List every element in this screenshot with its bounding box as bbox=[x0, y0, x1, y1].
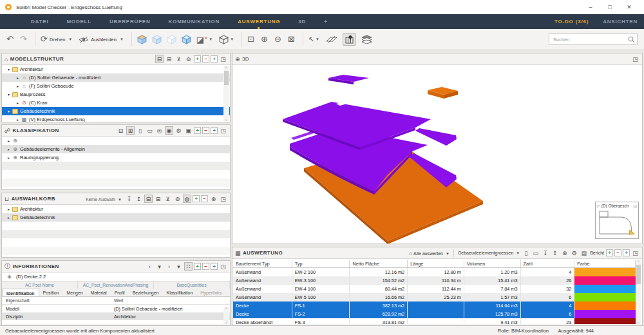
float-panel-icon[interactable]: ◳ bbox=[631, 55, 639, 63]
tree-row[interactable] bbox=[2, 247, 230, 255]
table-row[interactable]: AußenwandEW-4 10080.44 m2112.44 m7.84 m3… bbox=[233, 285, 636, 293]
tab-material[interactable]: Material bbox=[87, 289, 111, 296]
column-header-flaeche[interactable]: Netto Fläche bbox=[350, 260, 408, 267]
column-header-typ[interactable]: Typ bbox=[292, 260, 350, 267]
pick-tool[interactable]: ↖ ▼ bbox=[308, 32, 319, 46]
redo-icon[interactable]: ↷ bbox=[20, 32, 27, 46]
layers-icon[interactable] bbox=[361, 35, 372, 44]
column-header-volumen[interactable]: Volumen bbox=[464, 260, 521, 267]
visualize-icon[interactable]: ◉ bbox=[165, 126, 173, 135]
zoom-in-icon[interactable]: ⊕ bbox=[261, 32, 268, 46]
search-input[interactable] bbox=[549, 34, 638, 45]
remove-icon[interactable]: ⊗ bbox=[560, 249, 569, 257]
rotate-tool[interactable]: ⟳ Drehen ▼ bbox=[41, 32, 72, 46]
expand-arrow[interactable]: ▸ bbox=[15, 100, 21, 105]
pset-tab[interactable]: AC_Pset_RenovationAndPhasing bbox=[78, 282, 154, 289]
menu-item-ansichten[interactable]: ANSICHTEN bbox=[603, 19, 638, 24]
slab-arm-purple[interactable] bbox=[415, 128, 457, 146]
table-row[interactable]: Decke abgehängtFS-3313.81 m29.41 m323 bbox=[233, 318, 636, 324]
hide-remove-icon[interactable]: − bbox=[614, 249, 621, 256]
column-wert[interactable]: Wert bbox=[111, 297, 230, 304]
open-report-icon[interactable]: ▭ bbox=[531, 249, 540, 257]
column-header-laenge[interactable]: Länge bbox=[408, 260, 464, 267]
float-panel-icon[interactable]: ◳ bbox=[219, 126, 227, 135]
expand-arrow[interactable]: ▸ bbox=[15, 117, 21, 122]
close-button[interactable]: ✕ bbox=[620, 0, 639, 14]
menu-item--berpr-fen[interactable]: ÜBERPRÜFEN bbox=[109, 19, 151, 24]
table-row[interactable]: AußenwandEW-5 10016.66 m225.23 m1.57 m36 bbox=[233, 293, 636, 302]
show-add-icon[interactable]: + bbox=[194, 55, 201, 62]
table-row[interactable]: AußenwandEW-2 10012.16 m212.80 m1.20 m34 bbox=[233, 268, 636, 276]
menu-item-auswertung[interactable]: AUSWERTUNG bbox=[238, 19, 280, 24]
scrollbar[interactable]: ⌃⌄ bbox=[223, 66, 229, 121]
tab-position[interactable]: Position bbox=[39, 289, 63, 296]
tree-row[interactable] bbox=[2, 230, 230, 238]
menu-item--[interactable]: + bbox=[324, 19, 327, 24]
expand-all-icon[interactable]: ⊞ bbox=[126, 126, 135, 135]
tree-row[interactable]: ▸▦(V) Erdgeschoss Lueftung bbox=[2, 115, 230, 122]
column-header-zahl[interactable]: Zahl bbox=[521, 260, 575, 267]
float-panel-icon[interactable]: ◳ bbox=[219, 195, 227, 203]
tree-row[interactable]: ▾Bauprozess bbox=[2, 90, 230, 99]
bericht-icon[interactable]: ▤ bbox=[580, 249, 588, 257]
tab-mengen[interactable]: Mengen bbox=[62, 289, 86, 296]
scroll-down-icon[interactable]: ⌄ bbox=[223, 320, 229, 324]
scrollbar[interactable]: ⌃⌄ bbox=[636, 260, 641, 324]
expand-arrow[interactable]: ▾ bbox=[6, 67, 12, 72]
tree-row[interactable] bbox=[2, 238, 230, 247]
minimize-button[interactable]: – bbox=[581, 0, 600, 14]
zoom-window-icon[interactable]: ⊠ bbox=[288, 32, 295, 46]
tab-hyperlinks[interactable]: Hyperlinks bbox=[196, 289, 225, 296]
expand-arrow[interactable]: ▸ bbox=[15, 75, 21, 80]
column-header-farbe[interactable]: Farbe bbox=[574, 260, 636, 267]
tree-row[interactable]: ▸⊕ bbox=[2, 137, 230, 145]
float-panel-icon[interactable]: ◳ bbox=[219, 55, 227, 63]
next-menu-icon[interactable]: ▾ bbox=[175, 262, 183, 271]
isolate-icon[interactable]: + bbox=[623, 249, 630, 256]
expand-arrow[interactable]: ▾ bbox=[6, 109, 12, 113]
locate-selection-icon[interactable]: ⊚ bbox=[184, 55, 193, 63]
menu-item-3d[interactable]: 3D bbox=[298, 19, 306, 24]
tree-row[interactable] bbox=[2, 187, 230, 189]
property-row[interactable]: Modell(D) Solibri Gebaeude - modifiziert bbox=[2, 305, 230, 312]
tree-row[interactable] bbox=[2, 178, 230, 187]
tree-row[interactable] bbox=[2, 222, 230, 230]
tree-row[interactable]: ▸⊙(C) Kran bbox=[2, 99, 230, 107]
tree-row[interactable] bbox=[2, 162, 230, 170]
hide-remove-icon[interactable]: − bbox=[202, 55, 209, 62]
hide-remove-icon[interactable]: − bbox=[202, 127, 209, 134]
import-icon[interactable]: ↧ bbox=[125, 195, 133, 203]
next-icon[interactable]: › bbox=[165, 262, 173, 271]
tab-klassifikation[interactable]: Klassifikation bbox=[163, 289, 197, 296]
new-classification-icon[interactable]: ▯ bbox=[136, 126, 144, 135]
isolate-icon[interactable]: + bbox=[211, 55, 218, 62]
show-add-icon[interactable]: + bbox=[193, 195, 200, 202]
expand-arrow[interactable]: ▸ bbox=[6, 155, 12, 160]
selection-dropdown[interactable]: Keine Auswahl ▼ bbox=[84, 195, 124, 203]
collapse-all-icon[interactable]: ⊟ bbox=[144, 195, 153, 203]
expand-arrow[interactable]: ▸ bbox=[6, 147, 12, 151]
scroll-up-icon[interactable]: ⌃ bbox=[223, 307, 229, 311]
resize-icon[interactable]: ◲ bbox=[633, 204, 637, 208]
prev-icon[interactable]: ‹ bbox=[146, 262, 154, 271]
scrollbar[interactable]: ⌃⌄ bbox=[223, 307, 229, 324]
collapse-all-icon[interactable]: ⊟ bbox=[155, 55, 164, 63]
show-add-icon[interactable]: + bbox=[606, 249, 613, 256]
undo-icon[interactable]: ↶ bbox=[6, 32, 14, 46]
layout-dropdown[interactable]: Gebaeudeelementgroessen ▼ bbox=[458, 251, 520, 255]
locate-selection-icon[interactable]: ⊚ bbox=[173, 195, 182, 203]
tree-row[interactable]: ▸⊕Gebäudeelemente - Allgemein bbox=[2, 145, 230, 153]
tab-beziehungen[interactable]: Beziehungen bbox=[129, 289, 163, 296]
menu-item-to-do-3-6-[interactable]: TO-DO (3/6) bbox=[554, 19, 589, 24]
table-row[interactable]: DeckeFS-2628.92 m2125.78 m36 bbox=[233, 310, 636, 318]
transparent-cube-icon[interactable] bbox=[167, 35, 176, 44]
isolate-icon[interactable]: + bbox=[211, 127, 218, 134]
settings-icon[interactable]: ⚙ bbox=[175, 126, 183, 135]
expand-arrow[interactable]: ▸ bbox=[6, 207, 12, 211]
expand-branch-icon[interactable]: ⊻ bbox=[175, 55, 183, 63]
pset-tab[interactable]: BaseQuantities bbox=[154, 282, 230, 289]
scroll-up-icon[interactable]: ⌃ bbox=[637, 260, 640, 264]
viewport-3d[interactable]: ◸ (D) Obergesch ◲ bbox=[233, 66, 641, 243]
tree-row[interactable]: ▸⌂(D) Solibri Gebaeude - modifiziert bbox=[2, 73, 230, 82]
ghost-cube-icon[interactable] bbox=[152, 35, 162, 44]
